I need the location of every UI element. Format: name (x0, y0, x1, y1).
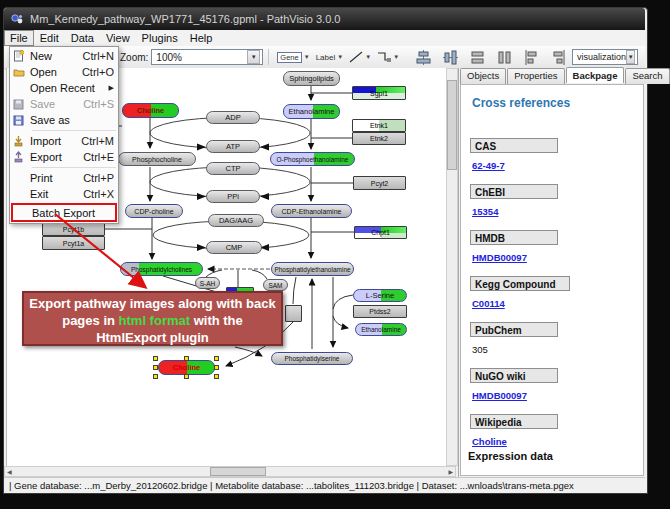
menu-separator (32, 167, 116, 168)
crossref-link-hmdb[interactable]: HMDB00097 (472, 252, 527, 263)
node-pcyt1b[interactable]: Pcyt1b (42, 222, 105, 236)
node-pcyt1a[interactable]: Pcyt1a (42, 236, 105, 250)
file-menu-exit[interactable]: Exit Ctrl+X (10, 186, 118, 202)
file-menu-print[interactable]: Print Ctrl+P (10, 170, 118, 186)
node-l-serine[interactable]: L-Serine (353, 289, 407, 302)
node-phosphatidylcholines[interactable]: Phosphatidylcholines (120, 262, 203, 276)
menu-help[interactable]: Help (184, 31, 219, 45)
crossref-section-nugo: NuGO wiki (470, 368, 558, 383)
side-panel-tabs: Objects Properties Backpage Search Legen… (460, 68, 670, 84)
crossref-value-pubchem: 305 (472, 344, 488, 355)
node-adp[interactable]: ADP (206, 111, 260, 124)
node-ctp[interactable]: CTP (206, 162, 260, 175)
scroll-right-icon[interactable]: ▶ (448, 468, 453, 475)
node-atp[interactable]: ATP (206, 140, 260, 153)
selection-handle[interactable] (214, 374, 219, 379)
crossref-link-kegg[interactable]: C00114 (472, 298, 505, 309)
selection-handle[interactable] (153, 365, 158, 370)
node-etnk1[interactable]: Etnk1 (352, 119, 406, 132)
align-vertical-center-icon[interactable] (443, 50, 458, 65)
node-cdp-ethanolamine[interactable]: CDP-Ethanolamine (271, 204, 352, 218)
node-ethanolamine[interactable]: Ethanolamine (283, 104, 340, 119)
file-menu-open[interactable]: Open Ctrl+O (10, 64, 118, 80)
file-menu-new[interactable]: New Ctrl+N (10, 48, 118, 64)
line-icon (349, 51, 363, 63)
node-choline[interactable]: Choline (122, 103, 179, 118)
scroll-left-icon[interactable]: ◀ (7, 468, 12, 475)
tab-backpage[interactable]: Backpage (566, 67, 625, 83)
crossref-link-nugo[interactable]: HMDB00097 (472, 390, 527, 401)
title-bar[interactable]: Mm_Kennedy_pathway_WP1771_45176.gpml - P… (4, 8, 645, 30)
tab-search[interactable]: Search (625, 68, 669, 84)
node-o-phosphoethanolamine[interactable]: O-Phosphoethanolamine (270, 152, 355, 166)
align-right-icon[interactable] (551, 50, 566, 65)
zoom-combo[interactable]: 100% ▼ (151, 49, 263, 65)
node-etnk2[interactable]: Etnk2 (352, 132, 406, 145)
node-phosphatidylserine[interactable]: Phosphatidylserine (271, 352, 353, 365)
open-folder-icon (13, 66, 30, 78)
tab-objects[interactable]: Objects (460, 68, 506, 84)
file-menu-open-recent[interactable]: Open Recent ▶ (10, 80, 118, 96)
annotation-line1: Export pathway images along with back (24, 295, 281, 312)
selection-handle[interactable] (214, 356, 219, 361)
chevron-down-icon[interactable]: ▼ (304, 54, 310, 60)
menu-file[interactable]: File (4, 30, 34, 46)
stack-horizontal-icon[interactable] (497, 50, 512, 65)
node-ethanolamine-low[interactable]: Ethanolamine (355, 323, 407, 336)
file-menu-save-as[interactable]: Save as (10, 112, 118, 128)
node-sam[interactable]: SAM (263, 279, 288, 291)
node-choline-selected[interactable]: Choline (158, 360, 215, 375)
node-phosphocholine[interactable]: Phosphocholine (118, 152, 196, 166)
node-ppi[interactable]: PPi (206, 190, 260, 203)
file-menu-batch-export[interactable]: Batch Export (11, 203, 117, 222)
selection-handle[interactable] (153, 356, 158, 361)
file-menu-export[interactable]: Export Ctrl+E (10, 149, 118, 165)
node-pcyt2[interactable]: Pcyt2 (353, 176, 406, 190)
chevron-down-icon[interactable]: ▼ (393, 54, 399, 60)
crossref-link-wikipedia[interactable]: Choline (472, 436, 507, 447)
node-sah[interactable]: S-AH (195, 277, 220, 289)
node-cmp[interactable]: CMP (206, 241, 262, 254)
menu-view[interactable]: View (100, 31, 136, 45)
canvas-horizontal-scrollbar-thumb[interactable] (210, 467, 266, 476)
node-enzyme-box[interactable] (285, 305, 302, 322)
selection-handle[interactable] (184, 356, 189, 361)
menu-plugins[interactable]: Plugins (136, 31, 184, 45)
line-tool-button[interactable]: ▼ (349, 51, 371, 63)
node-ptdss2[interactable]: Ptdss2 (353, 305, 407, 318)
node-sphingolipids[interactable]: Sphingolipids (283, 71, 340, 86)
selection-handle[interactable] (153, 374, 158, 379)
toolbar-separator (268, 49, 269, 65)
visualization-combo[interactable]: visualization ▼ (572, 49, 638, 65)
menu-edit[interactable]: Edit (34, 31, 65, 45)
menu-bar: File Edit Data View Plugins Help (4, 30, 645, 47)
chevron-down-icon[interactable]: ▼ (247, 50, 260, 64)
file-menu-save[interactable]: Save Ctrl+S (10, 96, 118, 112)
crossref-link-chebi[interactable]: 15354 (472, 206, 498, 217)
label-tool-button[interactable]: Label▼ (316, 53, 344, 62)
node-cdp-choline[interactable]: CDP-choline (125, 204, 183, 218)
menu-data[interactable]: Data (65, 31, 100, 45)
crossref-section-hmdb: HMDB (470, 230, 558, 245)
chevron-down-icon[interactable]: ▼ (626, 50, 635, 64)
chevron-down-icon[interactable]: ▼ (337, 54, 343, 60)
canvas-vertical-scrollbar-thumb[interactable] (447, 80, 457, 170)
selection-handle[interactable] (184, 374, 189, 379)
stack-vertical-icon[interactable] (470, 50, 485, 65)
window-title: Mm_Kennedy_pathway_WP1771_45176.gpml - P… (30, 13, 340, 25)
chevron-down-icon[interactable]: ▼ (365, 54, 371, 60)
connector-tool-button[interactable]: ▼ (377, 51, 399, 63)
node-dag-aag[interactable]: DAG/AAG (208, 214, 264, 227)
align-left-icon[interactable] (524, 50, 539, 65)
status-bar: | Gene database: ...m_Derby_20120602.bri… (4, 477, 645, 492)
node-chpt1[interactable]: Chpt1 (354, 226, 407, 239)
file-menu-import[interactable]: Import Ctrl+M (10, 133, 118, 149)
annotation-line3: HtmlExport plugin (24, 329, 281, 346)
tab-properties[interactable]: Properties (507, 68, 564, 84)
align-horizontal-center-icon[interactable] (416, 50, 431, 65)
selection-handle[interactable] (214, 365, 219, 370)
gene-tool-button[interactable]: Gene▼ (277, 52, 309, 63)
node-sgpl1[interactable]: Sgpl1 (352, 86, 406, 100)
crossref-link-cas[interactable]: 62-49-7 (472, 160, 505, 171)
node-phosphatidylethanolamine[interactable]: Phosphatidylethanolamine (271, 262, 354, 276)
